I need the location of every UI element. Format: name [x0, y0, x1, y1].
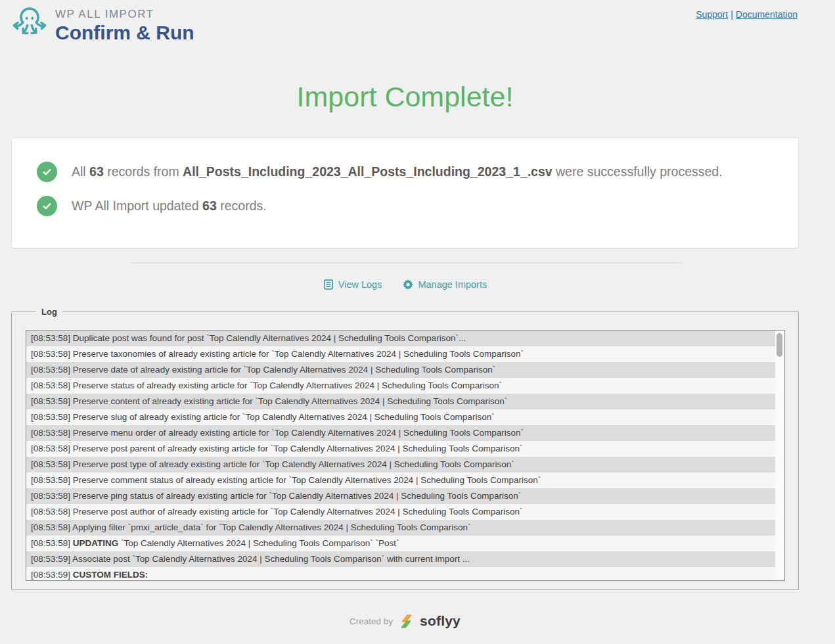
page-title: Confirm & Run — [55, 22, 194, 44]
log-row: [08:53:58] Preserve post parent of alrea… — [26, 441, 777, 457]
log-row: [08:53:58] Preserve ping status of alrea… — [26, 488, 777, 504]
log-row: [08:53:59] CUSTOM FIELDS: — [26, 567, 777, 581]
log-row: [08:53:58] Applying filter `pmxi_article… — [26, 520, 777, 536]
gear-icon — [403, 279, 413, 290]
divider — [129, 262, 681, 264]
manage-imports-link[interactable]: Manage Imports — [403, 279, 487, 290]
log-row: [08:53:58] Preserve post type of already… — [26, 457, 777, 472]
actions-row: View Logs Manage Imports — [11, 279, 799, 290]
header: WP ALL IMPORT Confirm & Run Support|Docu… — [0, 0, 835, 51]
soflyy-brand-name: soflyy — [420, 613, 461, 629]
result-row: All 63 records from All_Posts_Including_… — [37, 162, 779, 182]
log-scrollbar-thumb[interactable] — [777, 333, 782, 357]
result-message: WP All Import updated 63 records. — [72, 196, 267, 216]
result-card: All 63 records from All_Posts_Including_… — [11, 137, 799, 248]
soflyy-logo-icon — [399, 614, 414, 629]
brand-name: WP ALL IMPORT — [55, 8, 194, 21]
log-fieldset: Log [08:53:58] Duplicate post was found … — [11, 307, 799, 590]
created-by-label: Created by — [350, 616, 393, 626]
log-legend: Log — [36, 307, 62, 317]
brand: WP ALL IMPORT Confirm & Run — [11, 5, 194, 45]
log-row: [08:53:58] Preserve date of already exis… — [26, 362, 777, 378]
log-row: [08:53:58] Preserve comment status of al… — [26, 472, 777, 488]
support-link[interactable]: Support — [696, 9, 728, 20]
log-row: [08:53:58] Preserve menu order of alread… — [26, 425, 777, 441]
log-row: [08:53:58] UPDATING `Top Calendly Altern… — [26, 536, 777, 551]
footer: Created by soflyy — [11, 613, 799, 629]
log-icon — [323, 279, 334, 290]
view-logs-label: View Logs — [338, 279, 382, 290]
log-row: [08:53:58] Preserve taxonomies of alread… — [26, 346, 777, 362]
header-links: Support|Documentation — [696, 9, 798, 20]
log-row: [08:53:58] Preserve content of already e… — [26, 394, 777, 409]
result-row: WP All Import updated 63 records. — [37, 196, 779, 216]
check-circle-icon — [37, 196, 57, 216]
log-row: [08:53:58] Duplicate post was found for … — [26, 331, 777, 346]
log-row: [08:53:58] Preserve status of already ex… — [26, 378, 777, 394]
view-logs-link[interactable]: View Logs — [323, 279, 382, 290]
log-row: [08:53:58] Preserve post author of alrea… — [26, 504, 777, 520]
import-complete-heading: Import Complete! — [11, 81, 799, 113]
main-content: Import Complete! All 63 records from All… — [11, 81, 799, 629]
result-message: All 63 records from All_Posts_Including_… — [72, 162, 723, 182]
octopus-logo-icon — [11, 5, 49, 45]
manage-imports-label: Manage Imports — [418, 279, 487, 290]
documentation-link[interactable]: Documentation — [736, 9, 798, 20]
log-list: [08:53:58] Duplicate post was found for … — [26, 331, 777, 581]
check-circle-icon — [37, 162, 57, 182]
log-row: [08:53:58] Preserve slug of already exis… — [26, 409, 777, 425]
link-separator: | — [731, 9, 733, 20]
log-viewer[interactable]: [08:53:58] Duplicate post was found for … — [26, 330, 785, 581]
log-row: [08:53:59] Associate post `Top Calendly … — [26, 551, 777, 567]
log-scrollbar[interactable] — [775, 331, 784, 580]
